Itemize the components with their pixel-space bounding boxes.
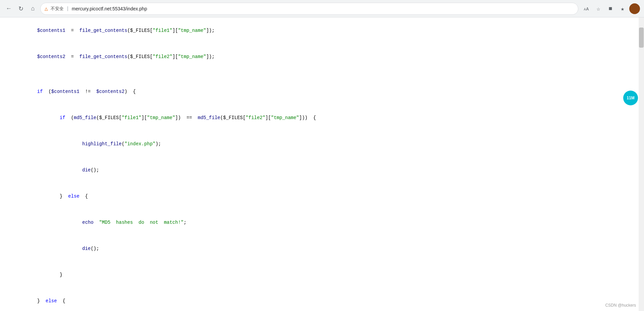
svg-text:A: A: [584, 8, 586, 11]
code-line: }: [3, 262, 644, 288]
code-line: if ($contents1 != $contents2) {: [3, 79, 644, 105]
code-line: } else {: [3, 183, 644, 209]
code-line: die();: [3, 236, 644, 262]
home-button[interactable]: ⌂: [28, 4, 38, 13]
code-line: echo "MD5 hashes do not match!";: [3, 209, 644, 236]
url-text: mercury.picoctf.net:55343/index.php: [72, 6, 147, 11]
code-line: $contents2 = file_get_contents($_FILES["…: [3, 44, 644, 70]
toolbar-icons: A A ☆ ■ ★: [581, 3, 640, 14]
security-warning-icon: △: [45, 5, 48, 12]
scrollbar-thumb[interactable]: [639, 28, 644, 48]
code-line: } else {: [3, 288, 644, 311]
svg-text:A: A: [586, 7, 589, 12]
separator: |: [66, 6, 69, 11]
scrollbar-track: [639, 17, 644, 311]
extensions-icon[interactable]: ■: [605, 3, 616, 14]
code-line: $contents1 = file_get_contents($_FILES["…: [3, 17, 644, 44]
code-line: die();: [3, 157, 644, 183]
blank-line: [3, 70, 644, 79]
favorites-icon[interactable]: ★: [617, 3, 628, 14]
notification-badge[interactable]: 11M: [623, 91, 638, 105]
code-content: $contents1 = file_get_contents($_FILES["…: [0, 17, 644, 311]
var-span: $contents1: [15, 28, 65, 33]
code-line: if (md5_file($_FILES["file1"]["tmp_name"…: [3, 105, 644, 131]
font-icon[interactable]: A A: [581, 3, 592, 14]
code-line: highlight_file("index.php");: [3, 131, 644, 157]
browser-toolbar: ← ↻ ⌂ △ 不安全 | mercury.picoctf.net:55343/…: [0, 0, 644, 17]
security-warning-text: 不安全: [51, 6, 64, 12]
avatar[interactable]: [629, 3, 640, 14]
back-button[interactable]: ←: [4, 4, 13, 13]
address-bar[interactable]: △ 不安全 | mercury.picoctf.net:55343/index.…: [40, 3, 578, 15]
csdn-watermark: CSDN @huckers: [605, 303, 636, 308]
refresh-button[interactable]: ↻: [16, 4, 25, 13]
bookmark-icon[interactable]: ☆: [593, 3, 604, 14]
profile-icon[interactable]: [629, 3, 640, 14]
